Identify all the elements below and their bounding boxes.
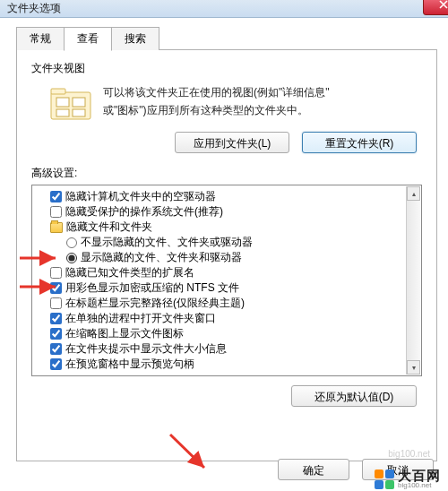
svg-rect-4 [56, 109, 69, 116]
option-checkbox[interactable] [50, 343, 62, 355]
scroll-track[interactable] [407, 202, 420, 359]
list-item[interactable]: 在缩略图上显示文件图标 [38, 326, 416, 341]
list-item[interactable]: 在单独的进程中打开文件夹窗口 [38, 311, 416, 326]
folder-icon [50, 222, 63, 233]
option-label: 在标题栏显示完整路径(仅限经典主题) [65, 296, 245, 311]
scroll-up-button[interactable]: ▴ [407, 186, 420, 201]
svg-rect-3 [73, 98, 85, 107]
option-checkbox[interactable] [50, 206, 62, 218]
option-label: 隐藏受保护的操作系统文件(推荐) [65, 204, 223, 220]
folder-view-buttons: 应用到文件夹(L) 重置文件夹(R) [31, 132, 422, 153]
option-checkbox[interactable] [50, 191, 62, 202]
option-label: 在文件夹提示中显示文件大小信息 [65, 341, 227, 357]
tab-strip: 常规 查看 搜索 [16, 27, 448, 50]
list-item[interactable]: 在文件夹提示中显示文件大小信息 [38, 341, 416, 357]
restore-defaults-row: 还原为默认值(D) [31, 385, 422, 407]
list-item[interactable]: 在标题栏显示完整路径(仅限经典主题) [38, 296, 416, 311]
list-item[interactable]: 在预览窗格中显示预览句柄 [38, 357, 416, 372]
tab-search[interactable]: 搜索 [111, 27, 159, 50]
option-radio[interactable] [66, 237, 77, 248]
option-checkbox[interactable] [50, 297, 62, 309]
option-label: 隐藏文件和文件夹 [66, 220, 152, 235]
tab-label: 搜索 [125, 32, 146, 45]
option-checkbox[interactable] [50, 328, 62, 340]
list-item[interactable]: 显示隐藏的文件、文件夹和驱动器 [38, 250, 416, 265]
option-radio[interactable] [66, 253, 77, 263]
restore-defaults-button[interactable]: 还原为默认值(D) [291, 385, 417, 407]
option-label: 在缩略图上显示文件图标 [65, 326, 184, 341]
list-item[interactable]: 隐藏计算机文件夹中的空驱动器 [38, 189, 416, 204]
option-label: 用彩色显示加密或压缩的 NTFS 文件 [65, 280, 239, 296]
option-checkbox[interactable] [50, 358, 62, 370]
svg-rect-2 [56, 98, 69, 107]
svg-rect-1 [51, 89, 65, 94]
option-label: 在预览窗格中显示预览句柄 [65, 357, 194, 372]
option-label: 显示隐藏的文件、文件夹和驱动器 [81, 250, 242, 265]
folder-view-section: 可以将该文件夹正在使用的视图(例如"详细信息" 或"图标")应用到所有这种类型的… [31, 82, 422, 121]
list-item[interactable]: 隐藏已知文件类型的扩展名 [38, 265, 416, 280]
close-icon [439, 0, 448, 9]
reset-folders-button[interactable]: 重置文件夹(R) [302, 132, 417, 153]
svg-rect-5 [73, 109, 85, 116]
tab-label: 查看 [77, 32, 99, 45]
site-logo: 大百网 big100.net [375, 469, 441, 489]
scrollbar[interactable]: ▴ ▾ [406, 186, 420, 375]
option-label: 隐藏计算机文件夹中的空驱动器 [65, 189, 216, 204]
option-checkbox[interactable] [50, 267, 62, 279]
folder-options-window: 文件夹选项 常规 查看 搜索 文件夹视图 可以将该文件夹正在使用的视图 [0, 0, 448, 491]
desc-line: 可以将该文件夹正在使用的视图(例如"详细信息" [103, 83, 330, 101]
folder-view-title: 文件夹视图 [31, 61, 422, 76]
option-checkbox[interactable] [50, 313, 62, 324]
list-item[interactable]: 隐藏受保护的操作系统文件(推荐) [38, 204, 416, 220]
logo-icon [375, 469, 394, 489]
window-title: 文件夹选项 [7, 1, 61, 16]
logo-text-cn: 大百网 [398, 469, 441, 482]
scroll-down-button[interactable]: ▾ [407, 360, 420, 375]
desc-line: 或"图标")应用到所有这种类型的文件夹中。 [103, 101, 330, 119]
ok-button[interactable]: 确定 [278, 459, 349, 480]
option-label: 不显示隐藏的文件、文件夹或驱动器 [81, 235, 253, 250]
folder-view-description: 可以将该文件夹正在使用的视图(例如"详细信息" 或"图标")应用到所有这种类型的… [103, 82, 330, 120]
titlebar: 文件夹选项 [0, 0, 448, 18]
option-label: 在单独的进程中打开文件夹窗口 [65, 311, 216, 326]
advanced-settings-list[interactable]: ▴ ▾ 隐藏计算机文件夹中的空驱动器隐藏受保护的操作系统文件(推荐)隐藏文件和文… [31, 185, 422, 376]
close-button[interactable] [423, 0, 448, 15]
tab-panel-view: 文件夹视图 可以将该文件夹正在使用的视图(例如"详细信息" 或"图标")应用到所… [16, 49, 437, 461]
folder-views-icon [49, 85, 94, 121]
logo-text-en: big100.net [398, 482, 441, 489]
list-item[interactable]: 用彩色显示加密或压缩的 NTFS 文件 [38, 280, 416, 296]
option-checkbox[interactable] [50, 282, 62, 294]
tab-view[interactable]: 查看 [64, 27, 112, 51]
watermark-text: big100.net [388, 449, 430, 459]
tab-label: 常规 [30, 32, 51, 45]
list-item[interactable]: 不显示隐藏的文件、文件夹或驱动器 [38, 235, 416, 250]
apply-to-folders-button[interactable]: 应用到文件夹(L) [175, 132, 289, 153]
advanced-settings-title: 高级设置: [31, 166, 422, 181]
list-item[interactable]: 隐藏文件和文件夹 [38, 220, 416, 235]
option-label: 隐藏已知文件类型的扩展名 [65, 265, 194, 280]
tab-general[interactable]: 常规 [16, 27, 65, 50]
